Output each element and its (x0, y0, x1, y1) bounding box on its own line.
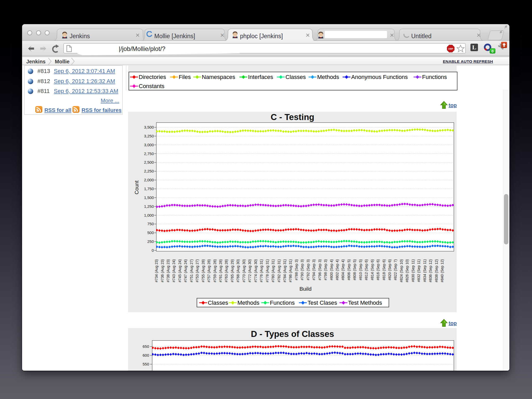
svg-text:ABP: ABP (448, 48, 453, 50)
